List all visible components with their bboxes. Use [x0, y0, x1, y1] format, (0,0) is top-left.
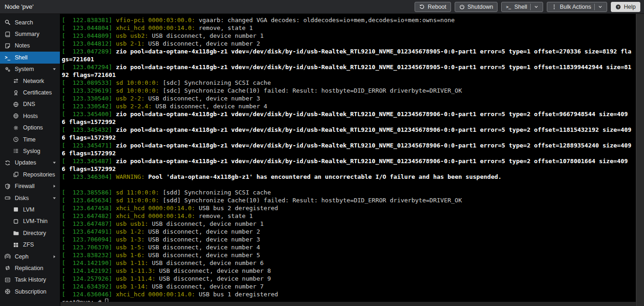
shell-button[interactable]: >_Shell: [501, 2, 543, 12]
sidebar-item-ceph[interactable]: Ceph: [0, 251, 60, 262]
terminal-line: [ 123.044809] usb usb2: USB disconnect, …: [62, 32, 632, 40]
help-button[interactable]: ?Help: [611, 2, 640, 12]
terminal-line: [ 123.647491] usb 1-2: USB disconnect, d…: [62, 228, 632, 235]
sidebar-item-hosts[interactable]: Hosts: [0, 110, 60, 122]
terminal-text-segment: [sdd] Synchronizing SCSI cache: [163, 189, 271, 196]
terminal-line: [ 123.345487] zio pool=data-optane-4x118…: [62, 157, 632, 173]
terminal-text-segment: [ 123.706370]: [62, 244, 116, 251]
terminal-text-segment: USB disconnect, device number 2: [148, 228, 260, 235]
terminal-text-segment: [ 123.044804]: [62, 24, 116, 31]
sidebar-item-label: Updates: [15, 159, 36, 166]
hdd-icon: [5, 195, 12, 201]
sidebar-item-firewall[interactable]: Firewall: [0, 180, 60, 192]
terminal-text-segment: zio pool=data-optane-4x118gb-z1 vdev=/de…: [62, 142, 632, 157]
terminal-line: [ 123.645634] sd 11:0:0:0: [sdd] Synchro…: [62, 196, 632, 204]
sidebar-item-label: Summary: [15, 31, 39, 37]
sidebar-item-lvm-thin[interactable]: LVM-Thin: [0, 216, 60, 227]
terminal-text-segment: USB bus 2 deregistered: [199, 205, 278, 212]
caret-right-icon[interactable]: [52, 254, 57, 259]
folder-icon: [13, 230, 20, 236]
terminal-text-segment: [ 123.330540]: [62, 95, 116, 102]
shutdown-button[interactable]: Shutdown: [455, 2, 498, 12]
terminal-text-segment: USB disconnect, device number 8: [159, 267, 271, 274]
terminal-text-segment: usb 1-5:: [116, 244, 148, 251]
globe-icon: [13, 113, 20, 119]
shell-icon: >_: [5, 54, 12, 60]
terminal-text-segment: usb 2-2.4:: [116, 103, 155, 110]
square-filled-icon: [13, 206, 20, 212]
list-alt-icon: [5, 277, 12, 283]
sidebar-item-label: Network: [23, 78, 44, 84]
terminal-text-segment: usb 1-3:: [116, 236, 148, 243]
terminal-text-segment: USB disconnect, device number 7: [152, 283, 264, 290]
sidebar-item-disks[interactable]: Disks: [0, 192, 60, 204]
chevron-down-icon: [534, 5, 539, 9]
terminal-text-segment: USB disconnect, device number 2: [148, 40, 260, 47]
refresh-icon: [5, 160, 12, 166]
terminal-text-segment: USB disconnect, device number 1: [152, 32, 264, 39]
sidebar-item-network[interactable]: Network: [0, 75, 60, 87]
terminal-line: [62, 181, 632, 188]
terminal[interactable]: [ 122.838381] vfio-pci 0000:03:00.0: vga…: [60, 14, 636, 302]
terminal-scrollbar-track[interactable]: [636, 14, 644, 306]
shell-button-label: Shell: [514, 4, 527, 10]
sidebar-item-time[interactable]: Time: [0, 134, 60, 145]
terminal-line: [ 124.636046] xhci_hcd 0000:00:14.0: USB…: [62, 290, 632, 298]
svg-text:>_: >_: [506, 5, 511, 9]
sidebar-item-syslog[interactable]: Syslog: [0, 145, 60, 157]
reboot-button[interactable]: Reboot: [415, 2, 451, 12]
terminal-text-segment: usb 1-6:: [116, 252, 148, 259]
terminal-line: [ 123.647458] xhci_hcd 0000:00:14.0: USB…: [62, 204, 632, 212]
sidebar-item-label: Shell: [15, 54, 28, 61]
terminal-line: [ 123.044804] xhci_hcd 0000:00:14.0: rem…: [62, 24, 632, 32]
sidebar-item-lvm[interactable]: LVM: [0, 204, 60, 215]
sidebar-item-summary[interactable]: Summary: [0, 28, 60, 40]
terminal-text-segment: [ 122.838381]: [62, 17, 116, 24]
terminal-text-segment: remove, state 1: [199, 212, 252, 219]
sidebar-item-label: Options: [23, 124, 43, 131]
sidebar-item-label: Ceph: [15, 253, 29, 260]
button-divider: [594, 4, 595, 10]
sidebar-item-zfs[interactable]: ZFS: [0, 239, 60, 250]
sidebar-item-options[interactable]: Options: [0, 122, 60, 134]
caret-down-icon[interactable]: [52, 67, 57, 71]
sidebar-item-label: Disks: [15, 195, 29, 201]
terminal-text-segment: sd 10:0:0:0:: [116, 87, 163, 94]
terminal-text-segment: [sdd] Synchronize Cache(10) failed: Resu…: [163, 197, 462, 204]
sidebar-item-system[interactable]: System: [0, 64, 60, 75]
caret-down-icon[interactable]: [52, 160, 57, 165]
sidebar-item-replication[interactable]: Replication: [0, 262, 60, 274]
square-outline-icon: [13, 218, 20, 224]
sidebar-item-updates[interactable]: Updates: [0, 157, 60, 169]
sidebar-item-search[interactable]: Search: [0, 17, 60, 28]
sidebar-item-task-history[interactable]: Task History: [0, 274, 60, 286]
terminal-text-segment: xhci_hcd 0000:00:14.0:: [116, 205, 199, 212]
reboot-button-label: Reboot: [427, 4, 446, 10]
sidebar-item-repositories[interactable]: Repositories: [0, 169, 60, 180]
terminal-line: [ 123.329619] sd 10:0:0:0: [sdc] Synchro…: [62, 87, 632, 94]
sidebar-item-dns[interactable]: DNS: [0, 99, 60, 110]
svg-text:?: ?: [617, 5, 620, 9]
shell-icon: >_: [506, 4, 511, 10]
caret-right-icon[interactable]: [52, 184, 57, 188]
bulk-actions-button[interactable]: Bulk Actions: [547, 2, 607, 12]
terminal-text-segment: remove, state 1: [199, 24, 252, 31]
terminal-line: [ 123.346304] WARNING: Pool 'data-optane…: [62, 173, 632, 181]
terminal-output: [ 122.838381] vfio-pci 0000:03:00.0: vga…: [62, 16, 632, 302]
sidebar-item-label: Subscription: [15, 288, 47, 295]
terminal-text-segment: USB disconnect, device number 1: [152, 220, 264, 227]
sidebar-item-directory[interactable]: Directory: [0, 227, 60, 239]
sidebar-item-shell[interactable]: >_Shell: [0, 52, 60, 63]
terminal-text-segment: Pool 'data-optane-4x118gb-z1' has encoun…: [148, 173, 502, 180]
exchange-icon: [13, 78, 20, 84]
sidebar-item-label: Notes: [15, 42, 30, 49]
sidebar-item-label: Syslog: [23, 148, 41, 154]
sidebar-item-notes[interactable]: Notes: [0, 40, 60, 52]
terminal-line: [ 123.345471] zio pool=data-optane-4x118…: [62, 141, 632, 157]
terminal-text-segment: sd 10:0:0:0:: [116, 79, 163, 86]
sidebar-item-subscription[interactable]: Subscription: [0, 286, 60, 297]
sidebar-item-certificates[interactable]: Certificates: [0, 87, 60, 98]
caret-down-icon[interactable]: [52, 196, 57, 200]
terminal-text-segment: usb usb2:: [116, 32, 152, 39]
terminal-text-segment: [ 124.257926]: [62, 275, 116, 282]
